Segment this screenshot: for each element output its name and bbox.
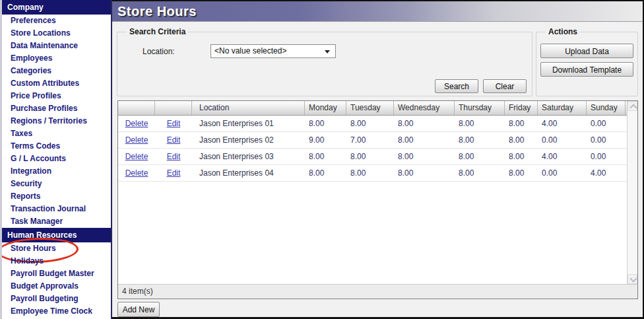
sidebar-item-terms-codes[interactable]: Terms Codes <box>2 140 111 153</box>
column-header-sunday: Sunday <box>587 101 626 115</box>
sidebar-item-regions-territories[interactable]: Regions / Territories <box>2 115 111 127</box>
table-cell-sunday: 0.00 <box>587 149 626 164</box>
sidebar-item-price-profiles[interactable]: Price Profiles <box>2 90 111 102</box>
sidebar-item-label: Categories <box>11 66 51 75</box>
sidebar-item-employee-time-clock[interactable]: Employee Time Clock <box>2 305 111 318</box>
main-content: Store Hours Search Criteria Location: <N… <box>112 0 644 319</box>
table-cell-location: Jason Enterprises 04 <box>192 165 305 181</box>
search-criteria-group: Search Criteria Location: <No value sele… <box>117 32 532 96</box>
table-cell-friday: 8.00 <box>505 149 538 164</box>
sidebar-item-label: Transaction Journal <box>11 204 86 213</box>
sidebar-item-data-maintenance[interactable]: Data Maintenance <box>2 40 111 52</box>
sidebar-item-reports[interactable]: Reports <box>2 190 111 203</box>
table-cell-delete: Delete <box>118 149 155 164</box>
scroll-down-button[interactable] <box>628 274 637 284</box>
delete-link[interactable]: Delete <box>125 119 148 128</box>
sidebar-item-label: Security <box>11 179 42 188</box>
edit-link[interactable]: Edit <box>167 119 181 128</box>
sidebar-item-holidays[interactable]: Holidays <box>2 255 111 267</box>
column-header-delete <box>118 101 155 115</box>
location-dropdown-value: <No value selected> <box>214 46 286 55</box>
table-cell-edit: Edit <box>155 116 192 131</box>
sidebar-item-label: Employee Time Clock <box>11 306 92 316</box>
column-header-location: Location <box>192 101 305 115</box>
sidebar-item-transaction-journal[interactable]: Transaction Journal <box>2 203 111 215</box>
search-button-row: Search Clear <box>435 79 527 93</box>
sidebar-item-g-l-accounts[interactable]: G / L Accounts <box>2 153 111 165</box>
sidebar-item-employees[interactable]: Employees <box>2 52 111 65</box>
sidebar-item-label: Preferences <box>11 16 56 25</box>
sidebar-item-purchase-profiles[interactable]: Purchase Profiles <box>2 102 111 115</box>
column-header-monday: Monday <box>305 101 346 115</box>
sidebar-item-security[interactable]: Security <box>2 178 111 190</box>
sidebar-item-label: Data Maintenance <box>11 41 78 50</box>
upload-data-button[interactable]: Upload Data <box>540 44 633 58</box>
table-cell-wednesday: 8.00 <box>394 149 455 164</box>
add-new-button[interactable]: Add New <box>117 302 160 317</box>
table-cell-sunday: 0.00 <box>587 116 626 131</box>
sidebar-item-integration[interactable]: Integration <box>2 165 111 178</box>
clear-button[interactable]: Clear <box>483 79 527 93</box>
sidebar-item-label: Reports <box>11 192 40 201</box>
sidebar-item-label: G / L Accounts <box>11 154 66 163</box>
sidebar-item-label: Budget Approvals <box>11 281 79 291</box>
edit-link[interactable]: Edit <box>167 135 181 145</box>
chevron-down-icon <box>629 275 637 282</box>
table-cell-friday: 8.00 <box>505 132 538 148</box>
table-cell-saturday: 0.00 <box>538 165 587 181</box>
sidebar-item-store-hours[interactable]: Store Hours <box>2 242 111 255</box>
app-window: CompanyPreferencesStore LocationsData Ma… <box>0 0 644 319</box>
sidebar-item-label: Holidays <box>11 256 44 266</box>
sidebar-section-header-human-resources: Human Resources <box>2 228 111 242</box>
location-label: Location: <box>143 47 175 56</box>
table-cell-edit: Edit <box>155 132 192 148</box>
table-cell-monday: 8.00 <box>305 149 346 164</box>
table-cell-monday: 9.00 <box>305 132 346 148</box>
delete-link[interactable]: Delete <box>125 168 148 178</box>
table-cell-wednesday: 8.00 <box>394 132 455 148</box>
table-cell-saturday: 0.00 <box>538 132 587 148</box>
chevron-up-icon <box>629 104 637 111</box>
sidebar-item-taxes[interactable]: Taxes <box>2 127 111 140</box>
table-row: Delete Edit Jason Enterprises 03 8.00 8.… <box>118 149 627 165</box>
edit-link[interactable]: Edit <box>167 152 181 161</box>
table-cell-friday: 8.00 <box>505 116 538 131</box>
search-criteria-legend: Search Criteria <box>127 27 188 36</box>
sidebar-item-payroll-budget-master[interactable]: Payroll Budget Master <box>2 267 111 280</box>
sidebar-item-label: Integration <box>11 166 51 176</box>
sidebar-item-preferences[interactable]: Preferences <box>2 15 111 27</box>
table-columns-area: Location Monday Tuesday Wednesday Thursd… <box>118 101 627 284</box>
sidebar-item-label: Custom Attributes <box>11 79 79 88</box>
sidebar-item-label: Price Profiles <box>11 91 61 100</box>
table-cell-location: Jason Enterprises 02 <box>192 132 305 148</box>
delete-link[interactable]: Delete <box>125 152 148 161</box>
sidebar-item-categories[interactable]: Categories <box>2 65 111 77</box>
table-cell-edit: Edit <box>155 165 192 181</box>
table-scroll-area: Location Monday Tuesday Wednesday Thursd… <box>118 101 637 284</box>
sidebar-item-payroll-budgeting[interactable]: Payroll Budgeting <box>2 293 111 305</box>
edit-link[interactable]: Edit <box>167 168 181 178</box>
table-scrollbar[interactable] <box>627 101 637 284</box>
chevron-down-icon <box>325 50 330 53</box>
table-cell-thursday: 8.00 <box>455 116 505 131</box>
delete-link[interactable]: Delete <box>125 135 148 145</box>
download-template-button[interactable]: Download Template <box>540 62 633 77</box>
table-cell-delete: Delete <box>118 165 155 181</box>
table-cell-tuesday: 8.00 <box>346 149 394 164</box>
search-button[interactable]: Search <box>435 79 478 93</box>
sidebar-item-label: Store Locations <box>11 28 71 38</box>
sidebar-item-store-locations[interactable]: Store Locations <box>2 27 111 40</box>
table-body: Delete Edit Jason Enterprises 01 8.00 8.… <box>118 116 627 182</box>
location-dropdown[interactable]: <No value selected> <box>210 44 336 58</box>
scroll-up-button[interactable] <box>628 101 637 111</box>
table-cell-delete: Delete <box>118 116 155 131</box>
sidebar: CompanyPreferencesStore LocationsData Ma… <box>0 0 112 319</box>
sidebar-item-label: Store Hours <box>11 244 56 253</box>
table-item-count: 4 item(s) <box>118 284 637 299</box>
sidebar-item-label: Payroll Budgeting <box>11 294 79 303</box>
table-cell-monday: 8.00 <box>305 116 346 131</box>
table-cell-sunday: 4.00 <box>587 165 626 181</box>
sidebar-item-budget-approvals[interactable]: Budget Approvals <box>2 280 111 293</box>
sidebar-item-custom-attributes[interactable]: Custom Attributes <box>2 77 111 90</box>
sidebar-item-task-manager[interactable]: Task Manager <box>2 215 111 228</box>
